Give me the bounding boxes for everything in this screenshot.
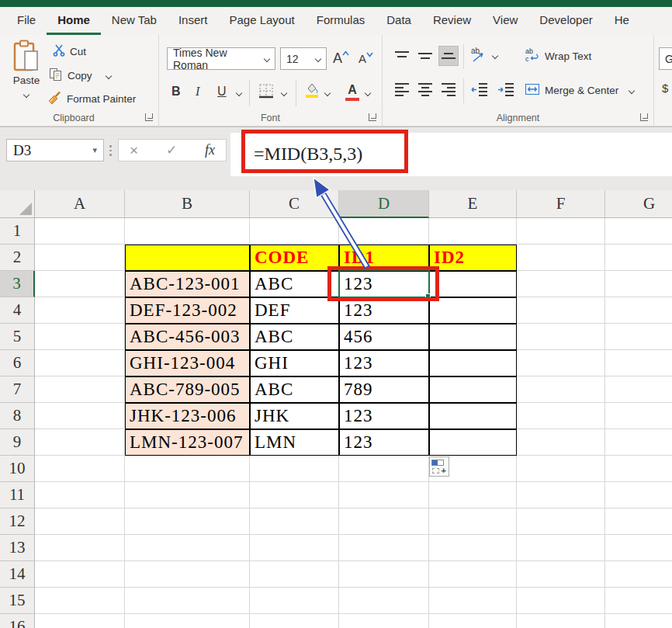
cell-C5[interactable]: ABC [250,324,339,350]
cell-E5[interactable] [429,324,517,350]
underline-button[interactable]: U [217,85,227,99]
row-header-12[interactable]: 12 [0,508,35,535]
tab-data[interactable]: Data [376,7,422,35]
tab-new-tab[interactable]: New Tab [101,7,168,35]
font-color-dropdown-icon[interactable] [365,90,371,96]
cell-C10[interactable] [250,456,339,482]
name-box[interactable]: D3 ▾ [6,139,104,161]
cell-A13[interactable] [35,535,125,561]
row-header-8[interactable]: 8 [0,403,35,429]
cell-D15[interactable] [339,588,429,614]
cell-A12[interactable] [35,508,125,535]
cell-F4[interactable] [517,297,605,324]
cell-A5[interactable] [35,324,125,350]
row-header-1[interactable]: 1 [0,218,35,245]
cell-A9[interactable] [35,429,125,456]
cell-C9[interactable]: LMN [250,429,339,456]
cell-E15[interactable] [429,588,517,614]
cell-B8[interactable]: JHK-123-006 [125,403,250,429]
number-format-select[interactable]: G [659,47,672,70]
cell-F15[interactable] [517,588,605,614]
cell-A1[interactable] [35,218,125,245]
merge-center-dropdown-icon[interactable] [629,87,635,93]
cell-B14[interactable] [125,561,250,588]
format-painter-button[interactable]: Format Painter [47,91,136,107]
cell-D10[interactable] [339,456,429,482]
cell-A2[interactable] [35,245,125,271]
cell-F9[interactable] [517,429,605,456]
formula-input[interactable]: =MID(B3,5,3) [230,133,672,176]
cell-G1[interactable] [605,218,672,245]
row-header-16[interactable]: 16 [0,614,35,628]
align-center-button[interactable] [415,80,435,100]
cell-C16[interactable] [250,614,339,628]
cell-D8[interactable]: 123 [339,403,429,429]
cell-F12[interactable] [517,508,605,535]
cell-G6[interactable] [605,350,672,376]
cell-B13[interactable] [125,535,250,561]
name-box-dropdown-icon[interactable]: ▾ [92,145,97,155]
cell-E8[interactable] [429,403,517,429]
row-header-14[interactable]: 14 [0,561,35,588]
column-header-C[interactable]: C [250,190,339,218]
column-header-E[interactable]: E [429,190,517,218]
cell-B3[interactable]: ABC-123-001 [125,271,250,297]
cell-C8[interactable]: JHK [250,403,339,429]
clipboard-dialog-launcher-icon[interactable] [145,113,153,121]
column-header-B[interactable]: B [125,190,250,218]
cell-C3[interactable]: ABC [250,271,339,297]
font-dialog-launcher-icon[interactable] [369,113,376,121]
tab-review[interactable]: Review [422,7,482,35]
cell-F6[interactable] [517,350,605,376]
cell-E11[interactable] [429,482,517,508]
cell-D13[interactable] [339,535,429,561]
cell-B4[interactable]: DEF-123-002 [125,297,250,324]
cell-B10[interactable] [125,456,250,482]
cell-A15[interactable] [35,588,125,614]
row-header-5[interactable]: 5 [0,324,35,350]
cell-E1[interactable] [429,218,517,245]
cell-F14[interactable] [517,561,605,588]
font-name-select[interactable]: Times New Roman [167,47,275,70]
increase-indent-button[interactable] [496,80,516,100]
row-header-13[interactable]: 13 [0,535,35,561]
tab-he[interactable]: He [604,7,640,35]
top-align-button[interactable] [392,46,412,66]
cell-G2[interactable] [605,245,672,271]
row-header-4[interactable]: 4 [0,297,35,324]
cell-E9[interactable] [429,429,517,456]
middle-align-button[interactable] [415,46,435,66]
cell-G5[interactable] [605,324,672,350]
cell-D6[interactable]: 123 [339,350,429,376]
tab-formulas[interactable]: Formulas [306,7,376,35]
cell-A8[interactable] [35,403,125,429]
cell-A10[interactable] [35,456,125,482]
cell-G8[interactable] [605,403,672,429]
row-header-6[interactable]: 6 [0,350,35,376]
cell-F3[interactable] [517,271,605,297]
cell-D7[interactable]: 789 [339,376,429,403]
row-header-11[interactable]: 11 [0,482,35,508]
row-header-15[interactable]: 15 [0,588,35,614]
cell-F7[interactable] [517,376,605,403]
alignment-dialog-launcher-icon[interactable] [640,113,648,121]
cell-C15[interactable] [250,588,339,614]
cell-C11[interactable] [250,482,339,508]
row-header-9[interactable]: 9 [0,429,35,456]
cell-E12[interactable] [429,508,517,535]
insert-function-icon[interactable]: fx [205,142,215,158]
cell-G12[interactable] [605,508,672,535]
column-header-D[interactable]: D [339,190,429,218]
cell-G11[interactable] [605,482,672,508]
borders-dropdown-icon[interactable] [281,90,287,96]
cell-F11[interactable] [517,482,605,508]
cell-G15[interactable] [605,588,672,614]
cell-C13[interactable] [250,535,339,561]
cell-B9[interactable]: LMN-123-007 [125,429,250,456]
cell-E6[interactable] [429,350,517,376]
cell-G7[interactable] [605,376,672,403]
currency-format-button[interactable]: $ [662,82,668,95]
cell-G16[interactable] [605,614,672,628]
cell-B1[interactable] [125,218,250,245]
bottom-align-button[interactable] [438,46,459,66]
